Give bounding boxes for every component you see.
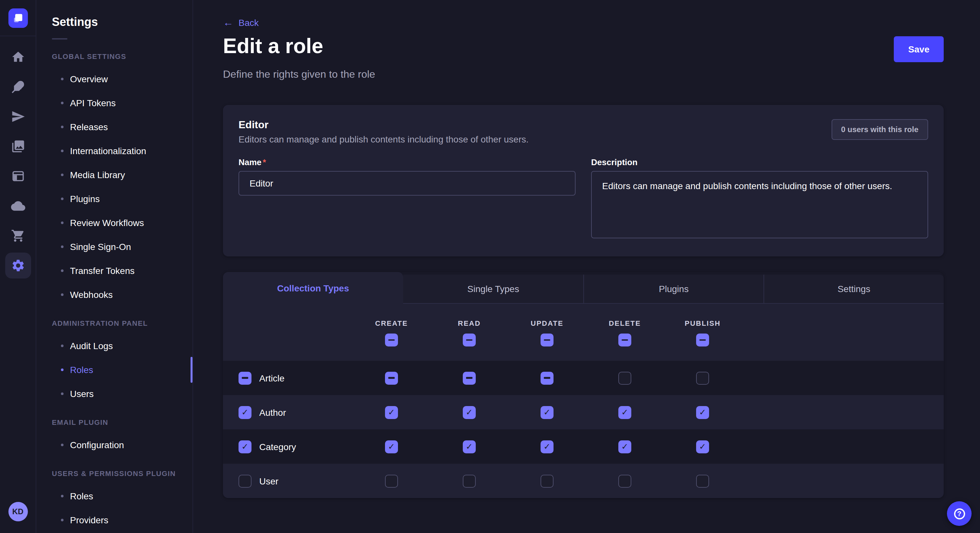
bullet-icon [61,443,64,446]
bullet-icon [61,495,64,497]
checkbox-category-publish-checked[interactable] [696,440,709,453]
description-label: Description [591,157,928,167]
subnav-item-media-library[interactable]: Media Library [52,163,177,187]
checkbox-select-all-delete-indeterminate[interactable] [618,333,631,346]
table-row-user: User [223,464,944,498]
checkbox-author-update-checked[interactable] [541,406,554,419]
paper-plane-icon[interactable] [5,104,31,130]
subnav-item-releases[interactable]: Releases [52,115,177,139]
subnav-item-label: API Tokens [70,97,116,108]
subnav-item-plugins[interactable]: Plugins [52,187,177,211]
checkbox-row-category-checked[interactable] [239,440,251,453]
checkbox-user-update-unchecked[interactable] [541,474,554,487]
tab-plugins[interactable]: Plugins [583,274,764,304]
back-link[interactable]: ← Back [223,17,259,28]
subnav-item-roles[interactable]: Roles [52,484,177,508]
subnav-item-configuration[interactable]: Configuration [52,433,177,457]
checkbox-category-create-checked[interactable] [385,440,398,453]
name-label: Name* [239,157,576,167]
name-field-group: Name* [239,157,576,241]
name-input[interactable] [239,171,576,195]
checkbox-row-author-checked[interactable] [239,406,251,419]
subnav-section-administration-panel: ADMINISTRATION PANEL [52,319,177,327]
checkbox-row-user-unchecked[interactable] [239,474,251,487]
checkbox-category-update-checked[interactable] [541,440,554,453]
checkbox-select-all-create-indeterminate[interactable] [385,333,398,346]
subnav-item-label: Releases [70,121,108,132]
checkbox-user-read-unchecked[interactable] [463,474,476,487]
subnav-item-label: Review Workflows [70,217,144,228]
save-button[interactable]: Save [894,36,944,62]
bullet-icon [61,392,64,395]
subnav-item-overview[interactable]: Overview [52,67,177,90]
subnav-item-label: Users [70,388,94,399]
subnav-item-providers[interactable]: Providers [52,508,177,532]
bullet-icon [61,78,64,80]
subnav-title: Settings [52,16,177,29]
checkbox-article-read-indeterminate[interactable] [463,371,476,384]
checkbox-user-delete-unchecked[interactable] [618,474,631,487]
checkbox-category-delete-checked[interactable] [618,440,631,453]
checkbox-user-publish-unchecked[interactable] [696,474,709,487]
subnav-item-review-workflows[interactable]: Review Workflows [52,211,177,235]
feather-icon[interactable] [5,74,31,100]
subnav-item-label: Transfer Tokens [70,265,135,276]
checkbox-row-article-indeterminate[interactable] [239,371,251,384]
subnav-item-single-sign-on[interactable]: Single Sign-On [52,235,177,259]
checkbox-article-update-indeterminate[interactable] [541,371,554,384]
cell-article-update [508,371,586,384]
subnav-item-audit-logs[interactable]: Audit Logs [52,333,177,357]
subnav-item-roles[interactable]: Roles [52,357,177,381]
column-label-create: CREATE [375,319,408,327]
description-textarea[interactable]: Editors can manage and publish contents … [591,171,928,238]
help-button[interactable]: ? [947,501,972,526]
layout-icon[interactable] [5,163,31,189]
media-library-icon[interactable] [5,133,31,159]
cell-author-create [353,406,430,419]
checkbox-author-read-checked[interactable] [463,406,476,419]
settings-gear-icon[interactable] [5,252,31,279]
settings-subnav: Settings GLOBAL SETTINGSOverviewAPI Toke… [36,0,193,533]
subnav-item-api-tokens[interactable]: API Tokens [52,90,177,115]
avatar[interactable]: KD [8,502,27,521]
subnav-item-label: Webhooks [70,289,113,300]
cart-icon[interactable] [5,223,31,249]
column-header-create: CREATE [353,319,430,361]
subnav-item-internationalization[interactable]: Internationalization [52,139,177,163]
bullet-icon [61,149,64,152]
table-row-article: Article [223,361,944,395]
checkbox-article-publish-unchecked[interactable] [696,371,709,384]
tab-settings[interactable]: Settings [764,274,944,304]
checkbox-author-publish-checked[interactable] [696,406,709,419]
page-subtitle: Define the rights given to the role [223,69,944,80]
subnav-item-label: Roles [70,490,93,501]
bullet-icon [61,197,64,200]
column-header-delete: DELETE [586,319,664,361]
checkbox-author-delete-checked[interactable] [618,406,631,419]
checkbox-article-create-indeterminate[interactable] [385,371,398,384]
cloud-icon[interactable] [5,193,31,219]
subnav-item-webhooks[interactable]: Webhooks [52,282,177,306]
bullet-icon [61,245,64,248]
tab-collection-types[interactable]: Collection Types [223,272,403,304]
subnav-list: RolesProviders [52,484,177,532]
subnav-item-users[interactable]: Users [52,381,177,405]
cell-article-publish [664,371,741,384]
bullet-icon [61,368,64,371]
required-asterisk: * [263,157,266,167]
row-label: Author [259,407,286,417]
checkbox-category-read-checked[interactable] [463,440,476,453]
checkbox-author-create-checked[interactable] [385,406,398,419]
column-label-read: READ [458,319,480,327]
checkbox-select-all-update-indeterminate[interactable] [541,333,554,346]
strapi-logo[interactable] [0,0,36,36]
checkbox-article-delete-unchecked[interactable] [618,371,631,384]
subnav-item-transfer-tokens[interactable]: Transfer Tokens [52,259,177,282]
checkbox-select-all-publish-indeterminate[interactable] [696,333,709,346]
tab-single-types[interactable]: Single Types [403,274,583,304]
checkbox-select-all-read-indeterminate[interactable] [463,333,476,346]
home-icon[interactable] [5,44,31,70]
cell-user-delete [586,474,664,487]
page-title: Edit a role [223,35,323,58]
checkbox-user-create-unchecked[interactable] [385,474,398,487]
